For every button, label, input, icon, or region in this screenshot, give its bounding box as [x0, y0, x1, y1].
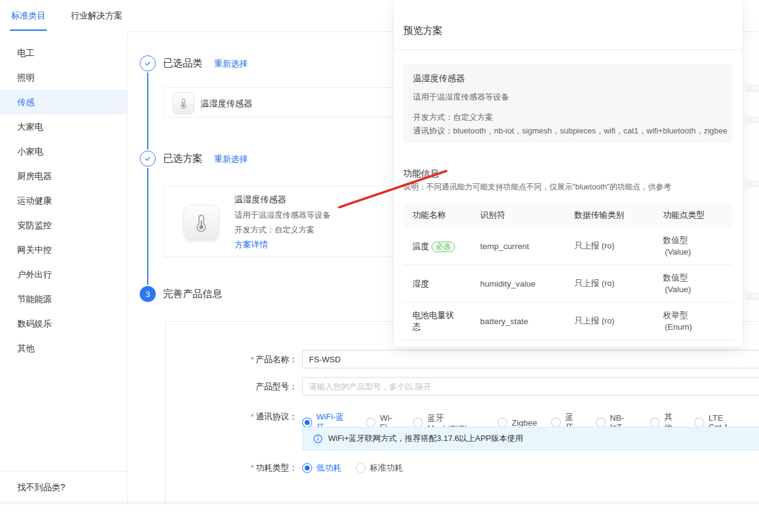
step3-number-icon: 3 — [140, 286, 156, 302]
required-mark: * — [251, 463, 254, 472]
create-product-page: 标准类目 行业解决方案 电工 照明 传感 大家电 小家电 厨房电器 运动健康 安… — [0, 0, 759, 532]
col-function-name: 功能名称 — [412, 210, 480, 221]
step3-title: 完善产品信息 — [163, 288, 222, 300]
radio-zigbee[interactable]: Zigbee — [497, 418, 537, 427]
protocol-hint-text: WiFi+蓝牙联网方式，推荐搭配3.17.6以上APP版本使用 — [328, 433, 523, 444]
occluded-widget-edge — [746, 117, 759, 123]
function-type: 枚举型 — [663, 311, 688, 320]
col-transfer-type: 数据传输类别 — [574, 210, 663, 221]
sidebar-item-electrical[interactable]: 电工 — [0, 41, 127, 65]
tab-standard-category[interactable]: 标准类目 — [11, 0, 46, 31]
occluded-widget-edge — [746, 85, 759, 92]
category-list: 电工 照明 传感 大家电 小家电 厨房电器 运动健康 安防监控 网关中控 户外出… — [0, 41, 127, 360]
sidebar-item-large-appliance[interactable]: 大家电 — [0, 114, 127, 139]
function-name: 湿度 — [412, 279, 429, 288]
functions-table: 功能名称 识别符 数据传输类别 功能点类型 温度必选 temp_current … — [403, 203, 733, 340]
tab-industry-solution[interactable]: 行业解决方案 — [71, 0, 122, 31]
radio-low-power[interactable]: 低功耗 — [302, 463, 342, 474]
solution-desc: 适用于温湿度传感器等设备 — [235, 210, 331, 220]
bottom-action-bar: 创建产品 — [0, 504, 759, 532]
step2-title: 已选方案 — [163, 153, 203, 165]
radio-icon — [596, 418, 606, 427]
function-transfer: 只上报 (ro) — [574, 278, 663, 289]
radio-icon — [413, 418, 423, 427]
divider — [394, 49, 742, 50]
summary-name: 温湿度传感器 — [413, 73, 465, 84]
step1-check-icon — [140, 55, 156, 71]
radio-icon — [694, 418, 704, 427]
radio-icon — [650, 418, 660, 427]
active-tab-underline — [10, 30, 47, 31]
sidebar-item-kitchen-appliance[interactable]: 厨房电器 — [0, 164, 127, 188]
sidebar-item-energy[interactable]: 节能能源 — [0, 287, 127, 311]
product-model-input[interactable] — [302, 377, 759, 395]
functions-note: 说明：不同通讯能力可能支持功能点不同，仅展示"bluetooth"的功能点，供参… — [403, 182, 671, 192]
preview-title: 预览方案 — [403, 25, 443, 37]
solution-detail-link[interactable]: 方案详情 — [235, 239, 268, 250]
preview-panel: 预览方案 温湿度传感器 适用于温湿度传感器等设备 开发方式：自定义方案 通讯协议… — [394, 0, 742, 347]
tab-standard-category-label: 标准类目 — [11, 10, 46, 20]
col-identifier: 识别符 — [480, 210, 574, 221]
sidebar-item-lighting[interactable]: 照明 — [0, 65, 127, 90]
sidebar-item-other[interactable]: 其他 — [0, 336, 127, 360]
product-name-label: *产品名称： — [217, 355, 297, 365]
info-icon — [313, 434, 323, 443]
required-mark: * — [251, 355, 254, 364]
step-connector-1 — [147, 73, 148, 149]
table-row: 温度必选 temp_current 只上报 (ro) 数值型(Value) — [403, 228, 733, 265]
occluded-widget-edge — [746, 293, 759, 300]
tab-industry-solution-label: 行业解决方案 — [71, 10, 122, 20]
radio-icon — [366, 418, 376, 427]
sidebar-item-outdoor[interactable]: 户外出行 — [0, 262, 127, 287]
required-mark: * — [251, 412, 254, 421]
summary-dev-mode: 开发方式：自定义方案 — [413, 113, 493, 122]
table-row: 电池电量状态 battery_state 只上报 (ro) 枚举型(Enum) — [403, 303, 733, 340]
protocol-label: *通讯协议： — [217, 412, 297, 422]
col-datapoint-type: 功能点类型 — [663, 210, 733, 221]
selected-category-card[interactable]: 温湿度传感器 — [163, 87, 422, 117]
function-identifier: temp_current — [480, 242, 574, 251]
cannot-find-category-link[interactable]: 找不到品类? — [0, 471, 127, 503]
sidebar-item-security-monitor[interactable]: 安防监控 — [0, 213, 127, 237]
radio-icon — [551, 418, 561, 427]
step2-check-icon — [140, 151, 156, 167]
function-name: 电池电量状态 — [412, 311, 454, 332]
functions-table-header: 功能名称 识别符 数据传输类别 功能点类型 — [403, 203, 733, 228]
radio-standard-power[interactable]: 标准功耗 — [356, 463, 403, 474]
step-connector-2 — [147, 168, 148, 285]
radio-selected-icon — [302, 463, 312, 473]
product-name-input[interactable] — [302, 350, 759, 368]
solution-name: 温湿度传感器 — [235, 194, 286, 205]
function-identifier: battery_state — [480, 317, 574, 326]
sidebar-item-small-appliance[interactable]: 小家电 — [0, 139, 127, 164]
function-transfer: 只上报 (ro) — [574, 316, 663, 327]
step2-reselect-link[interactable]: 重新选择 — [214, 154, 247, 165]
required-badge: 必选 — [432, 242, 455, 252]
function-transfer: 只上报 (ro) — [574, 240, 663, 252]
selected-category-name: 温湿度传感器 — [201, 98, 252, 109]
functions-title: 功能信息 — [403, 168, 439, 179]
sidebar-item-sensor[interactable]: 传感 — [0, 90, 127, 114]
summary-protocols: 通讯协议：bluetooth，nb-iot，sigmesh，subpieces，… — [413, 126, 727, 136]
radio-icon — [356, 463, 366, 473]
product-model-label: 产品型号： — [217, 382, 297, 392]
function-type: 数值型 — [663, 236, 688, 245]
radio-icon — [497, 418, 507, 427]
power-type-label: *功耗类型： — [217, 463, 297, 473]
sidebar-item-digital-entertainment[interactable]: 数码娱乐 — [0, 311, 127, 336]
step1-title: 已选品类 — [163, 57, 203, 69]
function-type-en: (Value) — [663, 247, 691, 256]
step1-reselect-link[interactable]: 重新选择 — [214, 58, 247, 69]
summary-desc: 适用于温湿度传感器等设备 — [413, 92, 509, 102]
function-type-en: (Value) — [663, 285, 691, 294]
protocol-hint: WiFi+蓝牙联网方式，推荐搭配3.17.6以上APP版本使用 — [302, 427, 759, 450]
radio-selected-icon — [302, 418, 312, 427]
sidebar-item-gateway[interactable]: 网关中控 — [0, 237, 127, 262]
function-type-en: (Enum) — [663, 322, 692, 332]
table-row: 湿度 humidity_value 只上报 (ro) 数值型(Value) — [403, 265, 733, 303]
sidebar-item-sport-health[interactable]: 运动健康 — [0, 188, 127, 213]
function-name: 温度 — [412, 242, 429, 251]
selected-solution-card[interactable]: 温湿度传感器 适用于温湿度传感器等设备 开发方式：自定义方案 方案详情 — [163, 186, 422, 257]
thermometer-icon — [172, 92, 195, 114]
thermometer-icon — [183, 205, 219, 240]
